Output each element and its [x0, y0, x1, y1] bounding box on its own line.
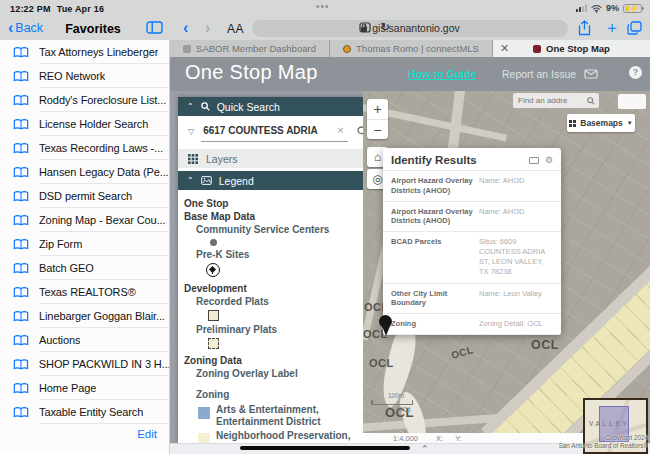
- favorite-item[interactable]: License Holder Search: [0, 112, 169, 136]
- map-scale-ratio: 1:4,000: [393, 434, 418, 443]
- favorite-item[interactable]: Home Page: [0, 376, 169, 400]
- search-icon[interactable]: [587, 97, 595, 105]
- clear-search-icon[interactable]: ×: [337, 124, 347, 138]
- favorite-item[interactable]: Texas REALTORS®: [0, 280, 169, 304]
- sidebar-toggle-icon[interactable]: [146, 21, 163, 34]
- favorite-item[interactable]: REO Network: [0, 64, 169, 88]
- favorites-sidebar: Tax Attorneys Lineberger REO Network Rod…: [0, 40, 170, 454]
- home-indicator[interactable]: [240, 446, 410, 450]
- legend-header[interactable]: ⌃ Legend: [178, 171, 363, 190]
- identify-row[interactable]: Airport Hazard Overlay Districts (AHOD)N…: [383, 201, 561, 232]
- favorite-item[interactable]: Tax Attorneys Lineberger: [0, 40, 169, 64]
- favorite-item[interactable]: Taxable Entity Search: [0, 400, 169, 424]
- one-stop-map-page: One Stop Map How-to Guide Report an Issu…: [170, 57, 650, 454]
- onestop-favicon: [533, 45, 541, 53]
- back-chevron-icon: ‹: [8, 22, 13, 34]
- legend-layer: Community Service Centers: [184, 223, 357, 236]
- map-corner-control[interactable]: [618, 94, 646, 109]
- popup-title: Identify Results: [391, 154, 529, 166]
- book-icon: [13, 190, 29, 203]
- ipad-screen: 12:22 PMTue Apr 16 ••• 9% ⚡ ‹Back Favori…: [0, 0, 650, 454]
- connectmls-favicon: [343, 45, 351, 53]
- widget-panel: ⌃ Quick Search ▽ × Layers ⌃ Legend: [178, 97, 363, 443]
- battery-percent: 9%: [606, 3, 619, 13]
- layers-widget[interactable]: Layers: [178, 149, 363, 168]
- favorite-item[interactable]: Linebarger Goggan Blair...: [0, 304, 169, 328]
- search-type-dropdown-icon[interactable]: ▽: [188, 127, 194, 136]
- book-icon: [13, 286, 29, 299]
- report-issue-link[interactable]: Report an Issue: [502, 68, 576, 80]
- book-icon: [13, 94, 29, 107]
- favorite-item[interactable]: Hansen Legacy Data (Pe...: [0, 160, 169, 184]
- dock-popup-icon[interactable]: [529, 157, 539, 164]
- favorite-item[interactable]: DSD permit Search: [0, 184, 169, 208]
- help-icon[interactable]: ?: [629, 66, 642, 79]
- favorite-item[interactable]: Zoning Map - Bexar Cou...: [0, 208, 169, 232]
- multitask-dots-icon[interactable]: •••: [316, 1, 330, 12]
- map-canvas[interactable]: OCL OCL OCL OCL OCL OCL 100m 400ft Basem…: [363, 91, 650, 433]
- basemaps-grid-icon: [569, 120, 576, 127]
- expand-panel-chevron-icon[interactable]: ⌃: [421, 444, 429, 454]
- zoom-in-button[interactable]: +: [367, 99, 388, 119]
- sabor-favicon: [183, 45, 191, 53]
- neighborhood-preservation-swatch: [198, 433, 210, 443]
- address-bar[interactable]: gis.sanantonio.gov: [252, 20, 568, 37]
- book-icon: [13, 118, 29, 131]
- legend-entry: Arts & Entertainment,Entertainment Distr…: [184, 404, 357, 427]
- tab-overview-icon[interactable]: [627, 21, 642, 35]
- howto-guide-link[interactable]: How-to Guide: [408, 68, 476, 80]
- favorite-item[interactable]: Batch GEO: [0, 256, 169, 280]
- tab-close-icon[interactable]: ✕: [500, 42, 509, 55]
- new-tab-plus-icon[interactable]: ＋: [604, 18, 620, 39]
- zoom-out-button[interactable]: −: [367, 119, 388, 139]
- identify-row[interactable]: ZoningZoning Detail: OCL: [383, 313, 561, 334]
- book-icon: [13, 70, 29, 83]
- tab-sabor-dashboard[interactable]: SABOR Member Dashboard: [170, 40, 330, 57]
- legend-entry: Neighborhood Preservation,Residential: [184, 430, 357, 443]
- share-icon[interactable]: [578, 20, 591, 36]
- safari-toolbar: ‹Back Favorites ‹ › AA gis.sanantonio.go…: [0, 18, 650, 40]
- favorite-item[interactable]: Auctions: [0, 328, 169, 352]
- preliminary-plats-swatch: [208, 338, 219, 349]
- tab-connectmls[interactable]: Thomas Romo | connectMLS: [330, 40, 493, 57]
- favorite-item[interactable]: Roddy's Foreclosure List...: [0, 88, 169, 112]
- reload-icon[interactable]: ↻: [381, 21, 390, 34]
- book-icon: [13, 334, 29, 347]
- collapse-chevron-icon[interactable]: ⌃: [187, 103, 194, 111]
- basemaps-button[interactable]: Basemaps ▼: [567, 114, 635, 132]
- reader-aa-button[interactable]: AA: [227, 22, 244, 36]
- legend-layer: Zoning Overlay Label: [184, 367, 357, 380]
- favorite-item[interactable]: Zip Form: [0, 232, 169, 256]
- page-menu-icon[interactable]: [359, 22, 371, 33]
- book-icon: [13, 166, 29, 179]
- charging-bolt-icon: ⚡: [629, 4, 639, 13]
- popup-settings-icon[interactable]: ⚙: [545, 156, 553, 165]
- legend-body: One Stop Base Map Data Community Service…: [178, 190, 363, 443]
- status-time: 12:22 PM: [10, 4, 51, 14]
- map-copyright: Copyright 2024 San Antonio Board of Real…: [559, 434, 648, 450]
- book-icon: [13, 310, 29, 323]
- status-bar: 12:22 PMTue Apr 16 ••• 9% ⚡: [0, 0, 650, 18]
- nav-forward-button[interactable]: ›: [205, 19, 210, 37]
- legend-image-icon: [201, 176, 212, 185]
- collapse-chevron-icon[interactable]: ⌃: [187, 177, 194, 185]
- favorite-item[interactable]: SHOP PACKWILD IN 3 H...: [0, 352, 169, 376]
- back-button[interactable]: ‹Back: [8, 21, 43, 35]
- tab-one-stop-map[interactable]: ✕One Stop Map: [493, 40, 650, 57]
- book-icon: [13, 358, 29, 371]
- find-address-input[interactable]: [513, 96, 587, 105]
- quick-search-input[interactable]: [201, 125, 337, 138]
- identify-row[interactable]: Other City Limit BoundaryName: Leon Vall…: [383, 283, 561, 314]
- prek-graduation-icon: [206, 263, 220, 277]
- edit-favorites-button[interactable]: Edit: [137, 428, 157, 440]
- quick-search-row: ▽ ×: [178, 116, 363, 147]
- quick-search-header[interactable]: ⌃ Quick Search: [178, 97, 363, 116]
- legend-layer: Recorded Plats: [184, 295, 357, 308]
- identify-row[interactable]: BCAD ParcelsSitus: 6609 COUNTESS ADRIA S…: [383, 231, 561, 283]
- wifi-icon: [591, 4, 602, 13]
- favorite-item[interactable]: Texas Recording Laws -...: [0, 136, 169, 160]
- identify-row[interactable]: Airport Hazard Overlay Districts (AHOD)N…: [383, 170, 561, 201]
- identify-row[interactable]: ZoningZoning Detail: UZROW: [383, 334, 561, 335]
- envelope-icon[interactable]: [584, 69, 598, 79]
- nav-back-button[interactable]: ‹: [183, 19, 188, 37]
